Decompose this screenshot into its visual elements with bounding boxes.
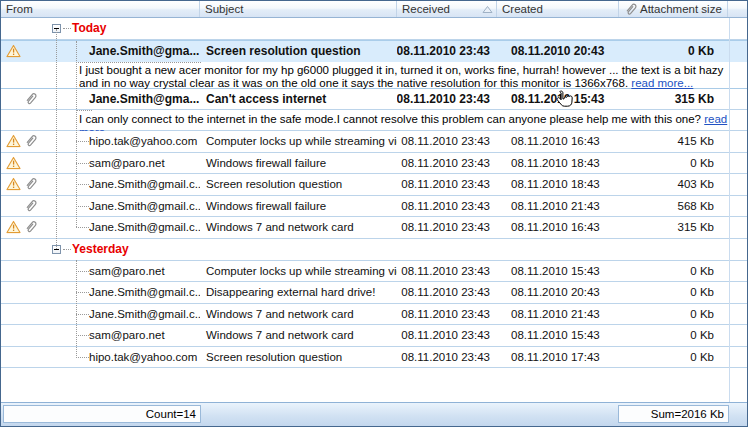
preview-text: I just bought a new acer monitor for my … (79, 64, 723, 89)
header-cell-from[interactable]: From (1, 1, 200, 17)
header-label-attachment-size: Attachment size (640, 3, 722, 15)
table-row[interactable]: hipo.tak@yahoo.com Screen resolution que… (1, 347, 747, 369)
tree-connector (76, 335, 89, 336)
table-row[interactable]: Jane.Smith@gmail.c... Windows firewall f… (1, 196, 747, 218)
filler-cell (728, 261, 747, 282)
warning-icon (6, 156, 21, 169)
header-cell-subject[interactable]: Subject (200, 1, 397, 17)
table-row[interactable]: hipo.tak@yahoo.com Computer locks up whi… (1, 131, 747, 153)
attachment-size-cell: 0 Kb (619, 282, 728, 303)
tree-line (76, 260, 77, 356)
tree-connector (76, 206, 89, 207)
header-label-subject: Subject (205, 3, 243, 15)
received-cell: 08.11.2010 23:43 (397, 131, 497, 152)
table-row[interactable]: sam@paro.net Windows firewall failure 08… (1, 153, 747, 175)
filler-cell (728, 282, 747, 303)
paperclip-icon (24, 91, 37, 106)
subject-cell: Screen resolution question (200, 174, 397, 195)
created-cell: 08.11.2010 15:43 (497, 325, 619, 346)
attachment-size-cell: 415 Kb (619, 131, 728, 152)
created-cell: 08.11.2010 17:43 (497, 347, 619, 368)
from-text: Jane.Smith@gmail.c... (89, 200, 200, 212)
column-header-row: From Subject Received Created Attachment… (1, 1, 747, 18)
filler-cell (728, 131, 747, 152)
group-row-today[interactable]: Today (1, 18, 747, 40)
subject-cell: Windows 7 and network card (200, 325, 397, 346)
header-cell-attachment-size[interactable]: Attachment size (619, 1, 728, 17)
email-grid: From Subject Received Created Attachment… (0, 0, 748, 427)
sort-ascending-icon (482, 5, 493, 14)
attachment-size-cell: 315 Kb (619, 89, 728, 110)
table-row[interactable]: Jane.Smith@gma... Can't access internet … (1, 89, 747, 111)
received-cell: 08.11.2010 23:43 (397, 41, 497, 62)
from-text: Jane.Smith@gmail.c... (89, 221, 200, 233)
warning-icon (6, 135, 21, 148)
attachment-size-cell: 0 Kb (619, 153, 728, 174)
from-text: Jane.Smith@gmail.c... (89, 308, 200, 320)
attachment-size-cell: 403 Kb (619, 174, 728, 195)
created-cell: 08.11.2010 16:43 (497, 217, 619, 238)
table-row[interactable]: Jane.Smith@gmail.c... Windows 7 and netw… (1, 304, 747, 326)
empty-grid-area (1, 368, 747, 402)
from-text: sam@paro.net (89, 329, 165, 341)
received-cell: 08.11.2010 23:43 (397, 282, 497, 303)
created-cell: 08.11.2010 18:43 (497, 153, 619, 174)
read-more-link[interactable]: read more... (631, 77, 693, 89)
from-text: sam@paro.net (89, 265, 165, 277)
received-cell: 08.11.2010 23:43 (397, 217, 497, 238)
table-row[interactable]: sam@paro.net Windows 7 and network card … (1, 325, 747, 347)
from-cell: Jane.Smith@gmail.c... (1, 174, 200, 195)
subject-cell: Windows 7 and network card (200, 217, 397, 238)
from-cell: Jane.Smith@gmail.c... (1, 196, 200, 217)
header-cell-received[interactable]: Received (397, 1, 497, 17)
received-cell: 08.11.2010 23:43 (397, 153, 497, 174)
filler-cell (728, 41, 747, 62)
filler-cell (728, 153, 747, 174)
paperclip-icon (24, 134, 37, 149)
from-text: Jane.Smith@gma... (89, 92, 199, 106)
from-cell: Jane.Smith@gmail.c... (1, 282, 200, 303)
from-cell: hipo.tak@yahoo.com (1, 131, 200, 152)
attachment-size-cell: 0 Kb (619, 41, 728, 62)
created-cell: 08.11.2010 21:43 (497, 304, 619, 325)
received-cell: 08.11.2010 23:43 (397, 261, 497, 282)
from-text: hipo.tak@yahoo.com (89, 135, 197, 147)
tree-line (76, 41, 77, 227)
filler-cell (728, 304, 747, 325)
table-row[interactable]: Jane.Smith@gmail.c... Windows 7 and netw… (1, 217, 747, 239)
warning-icon (6, 178, 21, 191)
created-cell: 08.11.2010 16:43 (497, 131, 619, 152)
attachment-size-cell: 0 Kb (619, 304, 728, 325)
group-row-yesterday[interactable]: Yesterday (1, 239, 747, 261)
filler-cell (728, 89, 747, 110)
attachment-size-cell: 315 Kb (619, 217, 728, 238)
group-label: Yesterday (72, 239, 129, 260)
table-row[interactable]: sam@paro.net Computer locks up while str… (1, 261, 747, 283)
header-label-created: Created (502, 3, 543, 15)
tree-line (56, 29, 57, 249)
tree-connector (76, 110, 92, 111)
header-cell-created[interactable]: Created (497, 1, 619, 17)
sum-summary: Sum=2016 Kb (618, 405, 729, 423)
attachment-size-cell: 0 Kb (619, 347, 728, 368)
table-row[interactable]: Jane.Smith@gmail.c... Disappearing exter… (1, 282, 747, 304)
tree-connector (76, 292, 89, 293)
subject-cell: Computer locks up while streaming vid... (200, 261, 397, 282)
received-cell: 08.11.2010 23:43 (397, 174, 497, 195)
message-preview: I can only connect to the internet in th… (1, 110, 747, 131)
tree-connector (76, 357, 89, 358)
created-cell: 08.11.2010 18:43 (497, 174, 619, 195)
from-text: Jane.Smith@gma... (89, 44, 199, 58)
subject-cell: Screen resolution question (200, 41, 397, 62)
from-cell: sam@paro.net (1, 325, 200, 346)
table-row[interactable]: Jane.Smith@gmail.c... Screen resolution … (1, 174, 747, 196)
tree-connector (76, 163, 89, 164)
table-row[interactable]: Jane.Smith@gma... Screen resolution ques… (1, 40, 747, 62)
from-cell: Jane.Smith@gmail.c... (1, 217, 200, 238)
subject-cell: Can't access internet (200, 89, 397, 110)
created-cell: 08.11.2010 15:43 (497, 261, 619, 282)
from-cell: Jane.Smith@gma... (1, 41, 200, 62)
from-text: Jane.Smith@gmail.c... (89, 178, 200, 190)
message-preview: I just bought a new acer monitor for my … (1, 62, 747, 89)
filler-cell (728, 217, 747, 238)
